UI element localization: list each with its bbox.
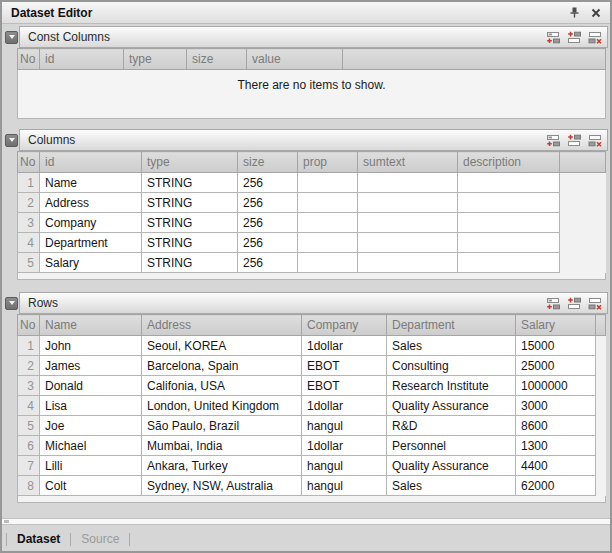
- cell[interactable]: Michael: [40, 436, 142, 456]
- cell[interactable]: [298, 173, 358, 193]
- insert-row-icon[interactable]: [566, 133, 582, 147]
- cell[interactable]: [458, 253, 560, 273]
- cell[interactable]: [298, 193, 358, 213]
- cell[interactable]: [358, 253, 458, 273]
- column-header[interactable]: Salary: [516, 315, 596, 336]
- tab-dataset[interactable]: Dataset: [15, 532, 62, 546]
- cell[interactable]: 256: [238, 253, 298, 273]
- cell[interactable]: Colt: [40, 476, 142, 496]
- cell[interactable]: 15000: [516, 336, 596, 356]
- cell[interactable]: 256: [238, 233, 298, 253]
- cell[interactable]: [458, 173, 560, 193]
- cell[interactable]: hangul: [302, 416, 387, 436]
- cell[interactable]: STRING: [142, 253, 238, 273]
- cell[interactable]: Lisa: [40, 396, 142, 416]
- row-number[interactable]: 3: [18, 376, 40, 396]
- cell[interactable]: James: [40, 356, 142, 376]
- column-header[interactable]: Address: [142, 315, 302, 336]
- tab-source[interactable]: Source: [79, 532, 121, 546]
- cell[interactable]: 1000000: [516, 376, 596, 396]
- cell[interactable]: [298, 213, 358, 233]
- cell[interactable]: STRING: [142, 233, 238, 253]
- cell[interactable]: [458, 233, 560, 253]
- cell[interactable]: London, United Kingdom: [142, 396, 302, 416]
- cell[interactable]: [358, 193, 458, 213]
- collapse-rows-button[interactable]: [5, 297, 18, 310]
- collapse-const-columns-button[interactable]: [5, 31, 18, 44]
- cell[interactable]: Donald: [40, 376, 142, 396]
- row-number[interactable]: 7: [18, 456, 40, 476]
- cell[interactable]: Consulting: [387, 356, 516, 376]
- cell[interactable]: hangul: [302, 476, 387, 496]
- column-header[interactable]: description: [458, 152, 560, 173]
- row-number[interactable]: 1: [18, 173, 40, 193]
- row-number[interactable]: 2: [18, 356, 40, 376]
- cell[interactable]: Quality Assurance: [387, 456, 516, 476]
- row-number[interactable]: 8: [18, 476, 40, 496]
- cell[interactable]: 256: [238, 173, 298, 193]
- collapse-columns-button[interactable]: [5, 134, 18, 147]
- row-number[interactable]: 4: [18, 396, 40, 416]
- cell[interactable]: 4400: [516, 456, 596, 476]
- cell[interactable]: Sales: [387, 476, 516, 496]
- column-header[interactable]: id: [40, 152, 142, 173]
- cell[interactable]: Personnel: [387, 436, 516, 456]
- cell[interactable]: Department: [40, 233, 142, 253]
- delete-row-icon[interactable]: [587, 296, 603, 310]
- cell[interactable]: 25000: [516, 356, 596, 376]
- row-number[interactable]: 1: [18, 336, 40, 356]
- cell[interactable]: Califonia, USA: [142, 376, 302, 396]
- cell[interactable]: STRING: [142, 173, 238, 193]
- column-header[interactable]: No: [18, 315, 40, 336]
- add-row-icon[interactable]: [545, 30, 561, 44]
- cell[interactable]: 1dollar: [302, 336, 387, 356]
- cell[interactable]: 62000: [516, 476, 596, 496]
- cell[interactable]: 3000: [516, 396, 596, 416]
- cell[interactable]: Joe: [40, 416, 142, 436]
- cell[interactable]: [298, 253, 358, 273]
- cell[interactable]: John: [40, 336, 142, 356]
- cell[interactable]: R&D: [387, 416, 516, 436]
- column-header[interactable]: Name: [40, 315, 142, 336]
- insert-row-icon[interactable]: [566, 296, 582, 310]
- cell[interactable]: Sydney, NSW, Australia: [142, 476, 302, 496]
- delete-row-icon[interactable]: [587, 133, 603, 147]
- column-header[interactable]: type: [124, 49, 187, 70]
- cell[interactable]: Name: [40, 173, 142, 193]
- cell[interactable]: STRING: [142, 213, 238, 233]
- add-row-icon[interactable]: [545, 296, 561, 310]
- cell[interactable]: Salary: [40, 253, 142, 273]
- close-icon[interactable]: [588, 5, 604, 21]
- column-header[interactable]: No: [18, 49, 40, 70]
- cell[interactable]: [458, 213, 560, 233]
- column-header[interactable]: type: [142, 152, 238, 173]
- column-header[interactable]: Department: [387, 315, 516, 336]
- cell[interactable]: São Paulo, Brazil: [142, 416, 302, 436]
- column-header[interactable]: No: [18, 152, 40, 173]
- column-header[interactable]: size: [238, 152, 298, 173]
- cell[interactable]: EBOT: [302, 356, 387, 376]
- column-header[interactable]: size: [187, 49, 247, 70]
- cell[interactable]: 1dollar: [302, 396, 387, 416]
- column-header[interactable]: id: [40, 49, 124, 70]
- column-header[interactable]: sumtext: [358, 152, 458, 173]
- cell[interactable]: Seoul, KOREA: [142, 336, 302, 356]
- cell[interactable]: Address: [40, 193, 142, 213]
- pin-icon[interactable]: [566, 5, 582, 21]
- add-row-icon[interactable]: [545, 133, 561, 147]
- cell[interactable]: [358, 173, 458, 193]
- splitter-handle[interactable]: [2, 518, 610, 525]
- row-number[interactable]: 2: [18, 193, 40, 213]
- insert-row-icon[interactable]: [566, 30, 582, 44]
- delete-row-icon[interactable]: [587, 30, 603, 44]
- cell[interactable]: STRING: [142, 193, 238, 213]
- row-number[interactable]: 5: [18, 416, 40, 436]
- cell[interactable]: 8600: [516, 416, 596, 436]
- cell[interactable]: [358, 213, 458, 233]
- cell[interactable]: Company: [40, 213, 142, 233]
- cell[interactable]: Lilli: [40, 456, 142, 476]
- cell[interactable]: [458, 193, 560, 213]
- cell[interactable]: [298, 233, 358, 253]
- cell[interactable]: hangul: [302, 456, 387, 476]
- row-number[interactable]: 3: [18, 213, 40, 233]
